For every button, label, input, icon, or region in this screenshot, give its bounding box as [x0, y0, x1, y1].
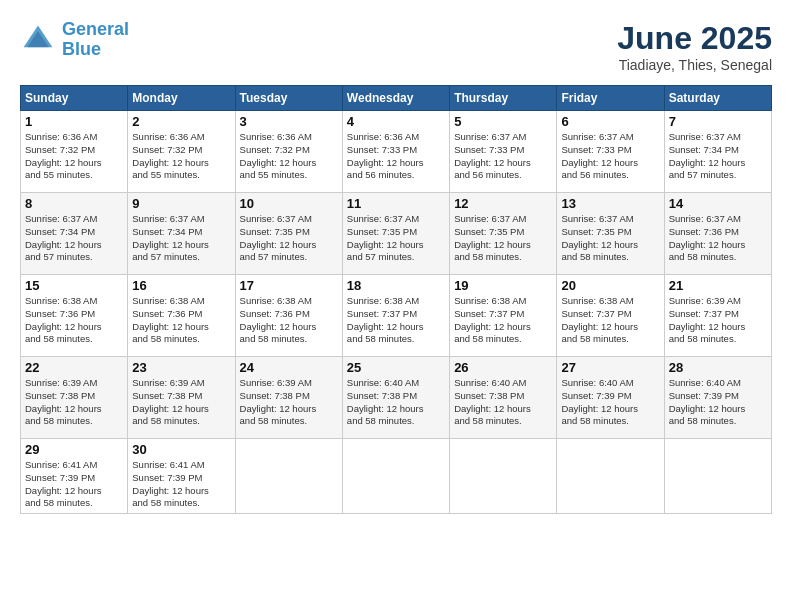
day-number: 19 [454, 278, 552, 293]
logo-line2: Blue [62, 39, 101, 59]
table-row: 1Sunrise: 6:36 AMSunset: 7:32 PMDaylight… [21, 111, 128, 193]
table-row: 24Sunrise: 6:39 AMSunset: 7:38 PMDayligh… [235, 357, 342, 439]
day-number: 7 [669, 114, 767, 129]
day-info: Sunrise: 6:38 AMSunset: 7:36 PMDaylight:… [132, 295, 230, 346]
day-info: Sunrise: 6:38 AMSunset: 7:36 PMDaylight:… [240, 295, 338, 346]
table-row: 15Sunrise: 6:38 AMSunset: 7:36 PMDayligh… [21, 275, 128, 357]
day-number: 20 [561, 278, 659, 293]
table-row: 10Sunrise: 6:37 AMSunset: 7:35 PMDayligh… [235, 193, 342, 275]
day-number: 6 [561, 114, 659, 129]
table-row: 17Sunrise: 6:38 AMSunset: 7:36 PMDayligh… [235, 275, 342, 357]
table-row: 5Sunrise: 6:37 AMSunset: 7:33 PMDaylight… [450, 111, 557, 193]
day-info: Sunrise: 6:37 AMSunset: 7:34 PMDaylight:… [669, 131, 767, 182]
col-sunday: Sunday [21, 86, 128, 111]
day-info: Sunrise: 6:38 AMSunset: 7:37 PMDaylight:… [454, 295, 552, 346]
day-number: 27 [561, 360, 659, 375]
table-row: 28Sunrise: 6:40 AMSunset: 7:39 PMDayligh… [664, 357, 771, 439]
col-monday: Monday [128, 86, 235, 111]
table-row: 20Sunrise: 6:38 AMSunset: 7:37 PMDayligh… [557, 275, 664, 357]
day-number: 12 [454, 196, 552, 211]
table-row: 23Sunrise: 6:39 AMSunset: 7:38 PMDayligh… [128, 357, 235, 439]
table-row: 7Sunrise: 6:37 AMSunset: 7:34 PMDaylight… [664, 111, 771, 193]
day-info: Sunrise: 6:37 AMSunset: 7:35 PMDaylight:… [240, 213, 338, 264]
day-info: Sunrise: 6:36 AMSunset: 7:32 PMDaylight:… [25, 131, 123, 182]
col-friday: Friday [557, 86, 664, 111]
table-row: 3Sunrise: 6:36 AMSunset: 7:32 PMDaylight… [235, 111, 342, 193]
table-row: 13Sunrise: 6:37 AMSunset: 7:35 PMDayligh… [557, 193, 664, 275]
table-row: 4Sunrise: 6:36 AMSunset: 7:33 PMDaylight… [342, 111, 449, 193]
table-row [235, 439, 342, 514]
day-number: 3 [240, 114, 338, 129]
logo-icon [20, 22, 56, 58]
day-number: 30 [132, 442, 230, 457]
day-info: Sunrise: 6:40 AMSunset: 7:38 PMDaylight:… [454, 377, 552, 428]
day-info: Sunrise: 6:39 AMSunset: 7:37 PMDaylight:… [669, 295, 767, 346]
calendar: Sunday Monday Tuesday Wednesday Thursday… [20, 85, 772, 514]
day-number: 15 [25, 278, 123, 293]
day-number: 1 [25, 114, 123, 129]
day-info: Sunrise: 6:39 AMSunset: 7:38 PMDaylight:… [25, 377, 123, 428]
day-number: 9 [132, 196, 230, 211]
location: Tiadiaye, Thies, Senegal [617, 57, 772, 73]
table-row: 29Sunrise: 6:41 AMSunset: 7:39 PMDayligh… [21, 439, 128, 514]
day-info: Sunrise: 6:40 AMSunset: 7:38 PMDaylight:… [347, 377, 445, 428]
day-number: 28 [669, 360, 767, 375]
day-number: 4 [347, 114, 445, 129]
day-info: Sunrise: 6:37 AMSunset: 7:35 PMDaylight:… [454, 213, 552, 264]
day-number: 17 [240, 278, 338, 293]
day-info: Sunrise: 6:37 AMSunset: 7:34 PMDaylight:… [25, 213, 123, 264]
logo-text: General Blue [62, 20, 129, 60]
table-row: 12Sunrise: 6:37 AMSunset: 7:35 PMDayligh… [450, 193, 557, 275]
day-number: 8 [25, 196, 123, 211]
day-number: 21 [669, 278, 767, 293]
page: General Blue June 2025 Tiadiaye, Thies, … [0, 0, 792, 612]
table-row [557, 439, 664, 514]
day-number: 13 [561, 196, 659, 211]
day-number: 10 [240, 196, 338, 211]
col-saturday: Saturday [664, 86, 771, 111]
table-row: 14Sunrise: 6:37 AMSunset: 7:36 PMDayligh… [664, 193, 771, 275]
day-info: Sunrise: 6:37 AMSunset: 7:35 PMDaylight:… [347, 213, 445, 264]
col-thursday: Thursday [450, 86, 557, 111]
table-row: 19Sunrise: 6:38 AMSunset: 7:37 PMDayligh… [450, 275, 557, 357]
month-title: June 2025 [617, 20, 772, 57]
logo: General Blue [20, 20, 129, 60]
day-number: 18 [347, 278, 445, 293]
day-number: 23 [132, 360, 230, 375]
table-row [450, 439, 557, 514]
day-number: 22 [25, 360, 123, 375]
day-number: 16 [132, 278, 230, 293]
col-tuesday: Tuesday [235, 86, 342, 111]
day-info: Sunrise: 6:36 AMSunset: 7:33 PMDaylight:… [347, 131, 445, 182]
table-row [664, 439, 771, 514]
day-info: Sunrise: 6:37 AMSunset: 7:33 PMDaylight:… [561, 131, 659, 182]
table-row: 8Sunrise: 6:37 AMSunset: 7:34 PMDaylight… [21, 193, 128, 275]
col-wednesday: Wednesday [342, 86, 449, 111]
table-row: 25Sunrise: 6:40 AMSunset: 7:38 PMDayligh… [342, 357, 449, 439]
day-number: 24 [240, 360, 338, 375]
day-info: Sunrise: 6:38 AMSunset: 7:37 PMDaylight:… [347, 295, 445, 346]
day-number: 29 [25, 442, 123, 457]
day-number: 25 [347, 360, 445, 375]
table-row: 21Sunrise: 6:39 AMSunset: 7:37 PMDayligh… [664, 275, 771, 357]
table-row: 2Sunrise: 6:36 AMSunset: 7:32 PMDaylight… [128, 111, 235, 193]
table-row: 11Sunrise: 6:37 AMSunset: 7:35 PMDayligh… [342, 193, 449, 275]
day-info: Sunrise: 6:38 AMSunset: 7:37 PMDaylight:… [561, 295, 659, 346]
day-number: 5 [454, 114, 552, 129]
day-info: Sunrise: 6:39 AMSunset: 7:38 PMDaylight:… [240, 377, 338, 428]
logo-line1: General [62, 19, 129, 39]
table-row: 30Sunrise: 6:41 AMSunset: 7:39 PMDayligh… [128, 439, 235, 514]
day-number: 11 [347, 196, 445, 211]
table-row: 26Sunrise: 6:40 AMSunset: 7:38 PMDayligh… [450, 357, 557, 439]
day-info: Sunrise: 6:36 AMSunset: 7:32 PMDaylight:… [132, 131, 230, 182]
day-info: Sunrise: 6:36 AMSunset: 7:32 PMDaylight:… [240, 131, 338, 182]
day-info: Sunrise: 6:40 AMSunset: 7:39 PMDaylight:… [669, 377, 767, 428]
day-info: Sunrise: 6:38 AMSunset: 7:36 PMDaylight:… [25, 295, 123, 346]
day-info: Sunrise: 6:40 AMSunset: 7:39 PMDaylight:… [561, 377, 659, 428]
day-info: Sunrise: 6:37 AMSunset: 7:36 PMDaylight:… [669, 213, 767, 264]
table-row: 9Sunrise: 6:37 AMSunset: 7:34 PMDaylight… [128, 193, 235, 275]
table-row: 27Sunrise: 6:40 AMSunset: 7:39 PMDayligh… [557, 357, 664, 439]
title-block: June 2025 Tiadiaye, Thies, Senegal [617, 20, 772, 73]
table-row: 18Sunrise: 6:38 AMSunset: 7:37 PMDayligh… [342, 275, 449, 357]
header: General Blue June 2025 Tiadiaye, Thies, … [20, 20, 772, 73]
